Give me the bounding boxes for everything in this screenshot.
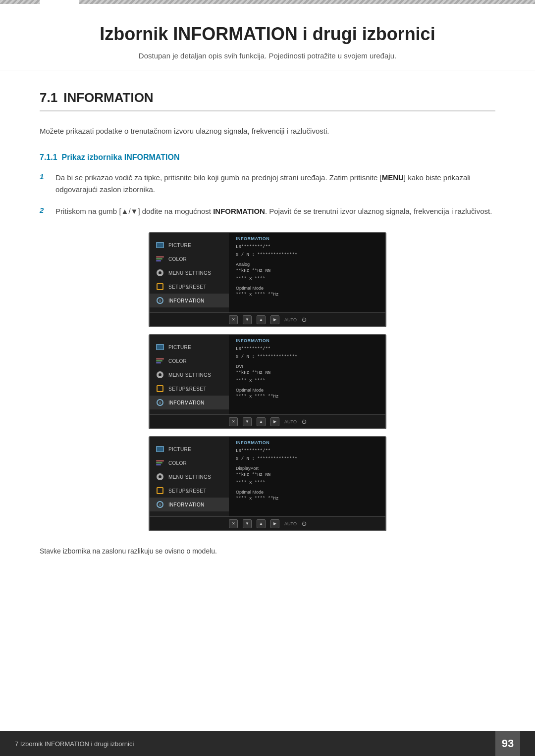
ctrl-power-1: ⏻ xyxy=(302,317,306,322)
section-heading: 7.1 INFORMATION xyxy=(40,90,495,111)
menu-item-picture-1: PICTURE xyxy=(150,238,229,252)
footer-note: Stavke izbornika na zaslonu razlikuju se… xyxy=(40,546,495,556)
controls-bar-1: ✕ ▼ ▲ ▶ AUTO ⏻ xyxy=(150,312,385,326)
info-optimal-val-1: **** x **** **Hz xyxy=(236,292,378,298)
setup-icon-1 xyxy=(156,283,164,290)
menu-label-color-3: COLOR xyxy=(168,460,187,466)
menu-label-color-2: COLOR xyxy=(168,358,187,364)
info-freq1-2: **kHz **Hz NN xyxy=(236,370,378,376)
color-icon-2 xyxy=(156,357,164,364)
info-section-model-3: LS********/** S / N : *************** xyxy=(236,448,378,462)
info-serial-1: S / N : *************** xyxy=(236,252,378,258)
info-optimal-label-3: Optimal Mode xyxy=(236,490,378,495)
info-freq2-2: **** x **** xyxy=(236,378,378,384)
color-icon-1 xyxy=(156,255,164,262)
ctrl-power-3: ⏻ xyxy=(302,521,306,526)
gear-icon-2 xyxy=(156,371,164,378)
info-optimal-val-3: **** x **** **Hz xyxy=(236,496,378,502)
page-header: Izbornik INFORMATION i drugi izbornici D… xyxy=(0,4,535,70)
menu-item-information-3: i INFORMATION xyxy=(150,498,229,511)
section-number: 7.1 xyxy=(40,90,57,105)
ctrl-power-2: ⏻ xyxy=(302,419,306,424)
menu-label-information-2: INFORMATION xyxy=(168,400,205,405)
menu-item-menusettings-3: MENU SETTINGS xyxy=(150,470,229,484)
menu-label-information-3: INFORMATION xyxy=(168,502,205,507)
info-icon-1: i xyxy=(156,297,164,304)
setup-icon-3 xyxy=(156,487,164,494)
top-decorative-bar xyxy=(0,0,535,4)
monitors-container: PICTURE COLOR MENU SETTINGS xyxy=(149,232,386,531)
page-number: 93 xyxy=(495,731,520,756)
picture-icon-2 xyxy=(156,344,164,351)
info-optimal-label-2: Optimal Mode xyxy=(236,388,378,393)
info-section-optimal-3: Optimal Mode **** x **** **Hz xyxy=(236,490,378,502)
info-optimal-label-1: Optimal Mode xyxy=(236,286,378,291)
ctrl-down-3: ▼ xyxy=(243,519,252,528)
page-footer: 7 Izbornik INFORMATION i drugi izbornici… xyxy=(0,731,535,756)
page-title: Izbornik INFORMATION i drugi izbornici xyxy=(30,24,505,45)
menu-item-color-3: COLOR xyxy=(150,456,229,470)
step-2-number: 2 xyxy=(40,206,49,214)
info-model-1: LS********/** xyxy=(236,244,378,251)
controls-bar-2: ✕ ▼ ▲ ▶ AUTO ⏻ xyxy=(150,414,385,428)
step-1-number: 1 xyxy=(40,172,49,181)
info-serial-3: S / N : *************** xyxy=(236,456,378,462)
menu-label-setupreset-2: SETUP&RESET xyxy=(168,386,207,392)
step-2-text: Pritiskom na gumb [▲/▼] dođite na mogućn… xyxy=(55,205,492,217)
info-icon-2: i xyxy=(156,399,164,406)
picture-icon-3 xyxy=(156,446,164,453)
info-panel-3: INFORMATION LS********/** S / N : ******… xyxy=(229,437,385,516)
info-section-model-1: LS********/** S / N : *************** xyxy=(236,244,378,258)
menu-panel-2: PICTURE COLOR MENU SETTINGS xyxy=(150,335,229,414)
ctrl-play-3: ▶ xyxy=(270,519,279,528)
section-intro: Možete prikazati podatke o trenutačnom i… xyxy=(40,125,495,137)
info-freq1-3: **kHz **Hz NN xyxy=(236,472,378,478)
picture-icon-1 xyxy=(156,242,164,249)
menu-label-setupreset-1: SETUP&RESET xyxy=(168,284,207,290)
menu-label-color-1: COLOR xyxy=(168,256,187,262)
monitor-mockup-1: PICTURE COLOR MENU SETTINGS xyxy=(149,232,386,327)
menu-item-setupreset-2: SETUP&RESET xyxy=(150,382,229,396)
setup-icon-2 xyxy=(156,385,164,392)
menu-label-menusettings-3: MENU SETTINGS xyxy=(168,474,211,480)
ctrl-auto-label-2: AUTO xyxy=(284,419,297,424)
gear-icon-3 xyxy=(156,473,164,480)
section-title-text: INFORMATION xyxy=(63,90,154,105)
info-source-3: DisplayPort xyxy=(236,466,378,471)
info-section-model-2: LS********/** S / N : *************** xyxy=(236,346,378,360)
monitor-mockup-3: PICTURE COLOR MENU SETTINGS xyxy=(149,436,386,531)
top-bar-white-box xyxy=(40,0,79,4)
step-1-text: Da bi se prikazao vodič za tipke, pritis… xyxy=(55,172,495,196)
info-section-source-2: DVI **kHz **Hz NN **** x **** xyxy=(236,364,378,384)
ctrl-up-3: ▲ xyxy=(257,519,266,528)
color-icon-3 xyxy=(156,459,164,466)
footer-section-text: 7 Izbornik INFORMATION i drugi izbornici xyxy=(15,740,134,748)
info-freq2-3: **** x **** xyxy=(236,480,378,486)
main-content: 7.1 INFORMATION Možete prikazati podatke… xyxy=(0,70,535,596)
menu-label-picture-2: PICTURE xyxy=(168,345,191,350)
ctrl-x-2: ✕ xyxy=(229,417,238,426)
info-freq2-1: **** x **** xyxy=(236,276,378,282)
menu-label-information-1: INFORMATION xyxy=(168,298,205,303)
ctrl-play-2: ▶ xyxy=(270,417,279,426)
menu-label-picture-3: PICTURE xyxy=(168,447,191,452)
menu-label-picture-1: PICTURE xyxy=(168,243,191,248)
info-panel-1: INFORMATION LS********/** S / N : ******… xyxy=(229,233,385,312)
info-freq1-1: **kHz **Hz NN xyxy=(236,268,378,274)
menu-label-menusettings-1: MENU SETTINGS xyxy=(168,270,211,276)
menu-panel-1: PICTURE COLOR MENU SETTINGS xyxy=(150,233,229,312)
menu-item-setupreset-3: SETUP&RESET xyxy=(150,484,229,498)
step-2: 2 Pritiskom na gumb [▲/▼] dođite na mogu… xyxy=(40,205,495,217)
menu-item-menusettings-2: MENU SETTINGS xyxy=(150,368,229,382)
subsection-number: 7.1.1 xyxy=(40,153,57,161)
info-section-source-1: Analog **kHz **Hz NN **** x **** xyxy=(236,262,378,282)
info-panel-2: INFORMATION LS********/** S / N : ******… xyxy=(229,335,385,414)
information-keyword: INFORMATION xyxy=(213,207,265,215)
menu-item-information-2: i INFORMATION xyxy=(150,396,229,409)
monitor-mockup-2: PICTURE COLOR MENU SETTINGS xyxy=(149,334,386,429)
ctrl-up-2: ▲ xyxy=(257,417,266,426)
menu-label-setupreset-3: SETUP&RESET xyxy=(168,488,207,494)
menu-item-color-2: COLOR xyxy=(150,354,229,368)
page-subtitle: Dostupan je detaljan opis svih funkcija.… xyxy=(30,51,505,60)
menu-item-picture-2: PICTURE xyxy=(150,340,229,354)
